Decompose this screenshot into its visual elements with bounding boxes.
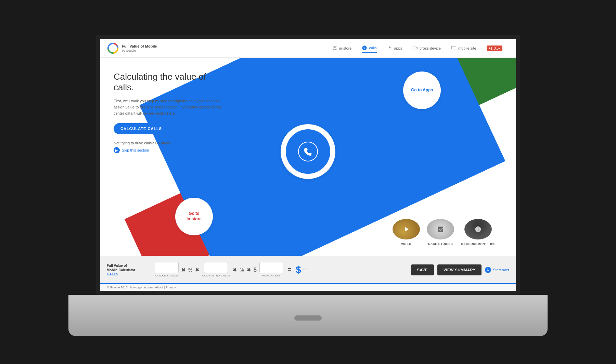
skip-link[interactable]: ▶ Skip this section: [114, 147, 223, 153]
logo-icon: [107, 42, 119, 54]
purchases-input[interactable]: [259, 262, 283, 273]
calc-sub-label: CALLS: [107, 272, 148, 276]
calc-box-purchases: PURCHASES: [259, 262, 283, 277]
skip-arrow-icon: ▶: [114, 147, 120, 153]
result-value: --: [303, 266, 307, 274]
phone-circle: [281, 124, 335, 179]
skip-prefix: Not trying to drive calls? Go ahead,: [114, 141, 223, 145]
svg-rect-4: [451, 46, 456, 49]
view-summary-button[interactable]: VIEW SUMMARY: [437, 264, 482, 275]
clicked-calls-input[interactable]: [155, 262, 179, 273]
action-buttons: SAVE VIEW SUMMARY ↻ Start over: [411, 264, 509, 275]
nav-label-crossdevice: cross-device: [420, 46, 441, 50]
resource-card-case-studies[interactable]: CASE STUDIES: [427, 219, 454, 246]
svg-rect-3: [416, 47, 418, 49]
percent-1: %: [188, 267, 192, 273]
measurement-tips-icon: [475, 226, 482, 233]
calc-box-completed-calls: COMPLETED CALLS: [202, 262, 230, 277]
resource-label-video: VIDEO: [401, 242, 412, 246]
left-content: Calculating the value of calls. First, w…: [114, 72, 223, 153]
nav-label-calls: calls: [369, 46, 376, 50]
crossdevice-icon: [412, 46, 418, 51]
svg-rect-2: [413, 47, 416, 49]
operator-x-1: ✖: [181, 267, 185, 273]
skip-link-text: Skip this section: [122, 148, 149, 152]
footer-link-privacy[interactable]: Privacy: [166, 286, 176, 289]
nav-item-instore[interactable]: in-store: [332, 44, 352, 53]
logo-title: Full Value of Mobile: [122, 44, 157, 49]
nav-item-calls[interactable]: calls: [362, 43, 376, 53]
gplus-badge[interactable]: +1 3.5k: [487, 46, 502, 51]
resource-label-case-studies: CASE STUDIES: [428, 242, 453, 246]
resource-label-measurement-tips: MEASUREMENT TIPS: [461, 242, 496, 246]
logo-area: Full Value of Mobile by Google: [107, 42, 175, 54]
video-thumbnail: [393, 219, 420, 239]
calc-result: $ --: [296, 264, 307, 275]
gplus-label: +1: [489, 47, 492, 50]
dollar-sign: $: [254, 267, 257, 273]
instore-icon: [332, 46, 337, 51]
mobilesite-icon: [451, 46, 457, 51]
footer-link-about[interactable]: About: [155, 286, 163, 289]
calculate-calls-button[interactable]: CALCULATE CALLS: [114, 123, 169, 134]
header: Full Value of Mobile by Google in-store: [100, 39, 516, 58]
go-to-apps-text: Go to Apps: [411, 88, 433, 93]
calc-box-clicked-calls: CLICKED CALLS: [155, 262, 179, 277]
footer-copyright: © Google 2013: [107, 286, 128, 289]
go-to-instore-text: Go to In-store: [187, 211, 202, 222]
nav-label-apps: apps: [394, 46, 402, 50]
resource-cards: VIDEO CASE STUDIES: [393, 219, 496, 246]
resource-card-video[interactable]: VIDEO: [393, 219, 420, 246]
save-button[interactable]: SAVE: [411, 264, 434, 275]
nav-label-instore: in-store: [339, 46, 352, 50]
measurement-tips-thumbnail: [464, 219, 492, 239]
logo-text: Full Value of Mobile by Google: [122, 44, 157, 52]
completed-calls-label: COMPLETED CALLS: [202, 274, 230, 277]
result-dollar: $: [296, 264, 301, 275]
operator-x-4: ✖: [247, 267, 251, 273]
svg-point-1: [362, 46, 367, 50]
phone-icon-circle: [286, 129, 330, 174]
nav-item-apps[interactable]: apps: [387, 44, 402, 53]
nav-label-mobilesite: mobile site: [458, 46, 476, 50]
equals-sign: =: [288, 266, 292, 273]
footer-link-howtogomo[interactable]: howtogomo.com: [130, 286, 153, 289]
footer-bar: © Google 2013 | howtogomo.com | About | …: [100, 283, 516, 291]
purchases-label: PURCHASES: [262, 274, 280, 277]
start-over-text: Start over: [493, 268, 509, 272]
calc-title: Full Value of Mobile Calculator: [107, 263, 148, 272]
go-to-apps-button[interactable]: Go to Apps: [403, 72, 441, 109]
apps-icon: [387, 46, 393, 51]
calc-formula: CLICKED CALLS ✖ % ✖ COMPLETED CALLS ✖ % …: [155, 262, 404, 277]
completed-calls-input[interactable]: [204, 262, 228, 273]
svg-point-6: [298, 142, 318, 161]
case-studies-thumbnail: [427, 219, 454, 239]
operator-x-3: ✖: [233, 267, 237, 273]
video-play-icon: [402, 225, 410, 233]
start-over-button[interactable]: ↻ Start over: [485, 267, 509, 273]
go-to-instore-button[interactable]: Go to In-store: [175, 198, 213, 235]
clicked-calls-label: CLICKED CALLS: [155, 274, 178, 277]
operator-x-2: ✖: [195, 267, 199, 273]
resource-card-measurement-tips[interactable]: MEASUREMENT TIPS: [461, 219, 496, 246]
calls-icon: [362, 45, 367, 51]
logo-sub: by Google: [122, 49, 157, 52]
page-heading: Calculating the value of calls.: [114, 72, 223, 93]
calc-label-area: Full Value of Mobile Calculator CALLS: [107, 263, 148, 276]
start-over-icon: ↻: [485, 267, 491, 273]
main-nav: in-store calls: [332, 43, 502, 53]
phone-icon: [298, 141, 318, 162]
case-studies-icon: [437, 226, 444, 233]
nav-item-mobilesite[interactable]: mobile site: [451, 44, 476, 53]
calculator-bar: Full Value of Mobile Calculator CALLS CL…: [100, 256, 516, 283]
page-description: First, we'll walk you step by step throu…: [114, 98, 223, 116]
main-content: Calculating the value of calls. First, w…: [100, 58, 516, 256]
nav-item-crossdevice[interactable]: cross-device: [412, 44, 441, 53]
percent-2: %: [240, 267, 244, 273]
gplus-count: 3.5k: [494, 47, 500, 50]
